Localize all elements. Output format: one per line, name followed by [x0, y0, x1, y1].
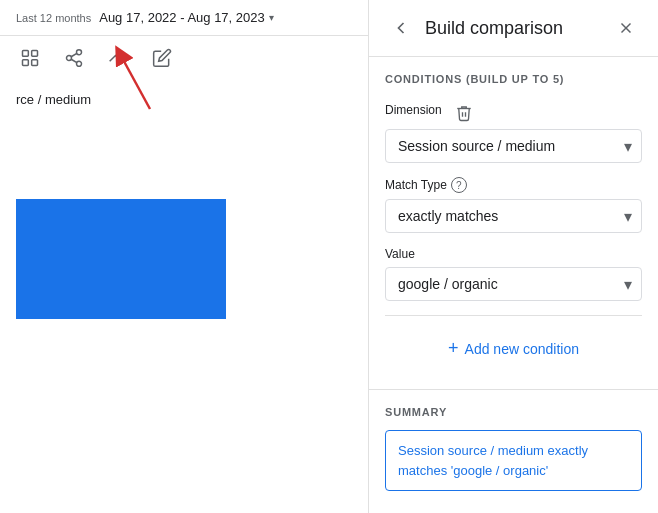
match-type-select-wrapper: exactly matches contains begins with end…: [385, 199, 642, 233]
value-select-wrapper: google / organic direct / none bing / or…: [385, 267, 642, 301]
dimension-field-group: Dimension Session source / medium Sessio…: [385, 97, 642, 163]
date-range-text: Aug 17, 2022 - Aug 17, 2023: [99, 10, 265, 25]
value-label: Value: [385, 247, 642, 261]
chart-bar: [16, 199, 226, 319]
svg-point-5: [67, 56, 72, 61]
match-type-label: Match Type ?: [385, 177, 642, 193]
chevron-down-icon: ▾: [269, 12, 274, 23]
svg-line-7: [71, 59, 77, 62]
chart-area: rce / medium: [0, 80, 368, 331]
svg-point-4: [77, 50, 82, 55]
back-button[interactable]: [385, 12, 417, 44]
value-field-group: Value google / organic direct / none bin…: [385, 247, 642, 301]
panel-header: Build comparison: [369, 0, 658, 57]
value-select[interactable]: google / organic direct / none bing / or…: [385, 267, 642, 301]
dimension-row: Dimension: [385, 97, 642, 129]
right-panel: Build comparison CONDITIONS (BUILD UP TO…: [368, 0, 658, 513]
share-icon[interactable]: [60, 44, 88, 72]
close-button[interactable]: [610, 12, 642, 44]
chart-placeholder: [16, 119, 352, 319]
match-type-select[interactable]: exactly matches contains begins with end…: [385, 199, 642, 233]
delete-condition-button[interactable]: [448, 97, 480, 129]
divider: [385, 315, 642, 316]
svg-rect-1: [23, 60, 29, 66]
svg-rect-2: [32, 51, 38, 57]
panel-body: CONDITIONS (BUILD UP TO 5) Dimension: [369, 57, 658, 389]
add-condition-button[interactable]: + Add new condition: [385, 328, 642, 369]
toolbar: [0, 36, 368, 80]
svg-rect-3: [32, 60, 38, 66]
chart-title: rce / medium: [16, 92, 352, 107]
match-type-field-group: Match Type ? exactly matches contains be…: [385, 177, 642, 233]
svg-rect-0: [23, 51, 29, 57]
chart-icon[interactable]: [16, 44, 44, 72]
left-panel: Last 12 months Aug 17, 2022 - Aug 17, 20…: [0, 0, 368, 513]
summary-section: SUMMARY Session source / medium exactly …: [369, 389, 658, 507]
date-bar: Last 12 months Aug 17, 2022 - Aug 17, 20…: [0, 0, 368, 36]
summary-text: Session source / medium exactly matches …: [385, 430, 642, 491]
add-condition-plus-icon: +: [448, 338, 459, 359]
dimension-select[interactable]: Session source / medium Session source S…: [385, 129, 642, 163]
date-label: Last 12 months: [16, 12, 91, 24]
svg-line-9: [120, 54, 150, 109]
svg-point-6: [77, 61, 82, 66]
dimension-label: Dimension: [385, 103, 442, 117]
dimension-select-wrapper: Session source / medium Session source S…: [385, 129, 642, 163]
svg-line-8: [71, 53, 77, 56]
add-condition-label: Add new condition: [465, 341, 579, 357]
match-type-help-icon[interactable]: ?: [451, 177, 467, 193]
arrow-indicator: [110, 44, 170, 118]
date-range-picker[interactable]: Aug 17, 2022 - Aug 17, 2023 ▾: [99, 10, 274, 25]
conditions-label: CONDITIONS (BUILD UP TO 5): [385, 73, 642, 85]
summary-label: SUMMARY: [385, 406, 642, 418]
panel-title: Build comparison: [425, 18, 602, 39]
